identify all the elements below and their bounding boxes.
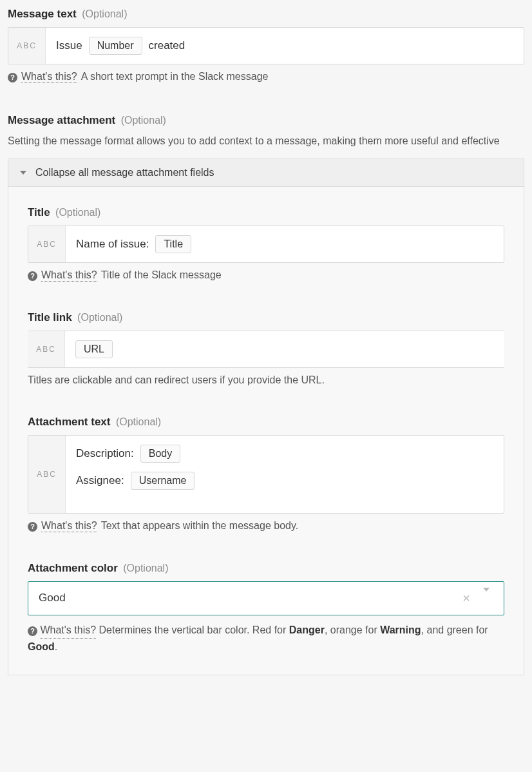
whats-this-link[interactable]: What's this? (21, 71, 77, 83)
collapse-attachment-fields-button[interactable]: Collapse all message attachment fields (8, 159, 524, 187)
title-link-chip-url[interactable]: URL (75, 340, 113, 358)
abc-icon: ABC (8, 28, 46, 64)
collapse-label: Collapse all message attachment fields (35, 167, 214, 179)
attachment-text-chip-username[interactable]: Username (131, 472, 195, 490)
message-text-post: created (149, 39, 185, 52)
chevron-down-icon (20, 171, 26, 175)
attachment-color-select[interactable]: Good × (28, 581, 504, 615)
question-icon: ? (28, 626, 37, 636)
message-text-pre: Issue (56, 39, 82, 52)
color-tail: . (55, 641, 57, 652)
attachment-fields-panel: Title (Optional) ABC Name of issue: Titl… (8, 187, 524, 675)
whats-this-link[interactable]: What's this? (41, 269, 97, 282)
color-warning: Warning (380, 624, 421, 635)
attachment-text-desc-pre: Description: (76, 447, 134, 460)
color-good: Good (28, 641, 55, 652)
title-link-input[interactable]: ABC URL (28, 331, 504, 368)
attachment-text-help: ? What's this? Text that appears within … (28, 520, 504, 532)
message-text-chip-number[interactable]: Number (89, 37, 142, 55)
title-link-label: Title link (Optional) (28, 311, 504, 324)
attachment-color-label: Attachment color (Optional) (28, 562, 504, 575)
attachment-color-value: Good (39, 592, 66, 604)
title-input[interactable]: ABC Name of issue: Title (28, 226, 504, 263)
label-text: Message text (8, 8, 77, 20)
attachment-text-chip-body[interactable]: Body (140, 445, 180, 463)
abc-icon: ABC (28, 331, 65, 367)
message-text-help: ? What's this? A short text prompt in th… (8, 71, 524, 83)
color-danger: Danger (289, 624, 325, 635)
question-icon: ? (28, 271, 37, 281)
message-text-help-desc: A short text prompt in the Slack message (81, 71, 269, 82)
clear-icon[interactable]: × (456, 591, 477, 606)
color-help-pre: Determines the vertical bar color. Red f… (99, 624, 289, 635)
title-link-help-desc: Titles are clickable and can redirect us… (28, 374, 325, 386)
question-icon: ? (8, 73, 17, 82)
abc-icon: ABC (28, 226, 66, 262)
whats-this-link[interactable]: What's this? (40, 622, 96, 639)
label-text: Message attachment (8, 114, 115, 126)
title-help-desc: Title of the Slack message (101, 269, 222, 281)
attachment-text-input[interactable]: ABC Description: Body Assignee: Username (28, 435, 504, 514)
attachment-text-help-desc: Text that appears within the message bod… (101, 520, 299, 532)
attachment-color-help: ? What's this? Determines the vertical b… (28, 622, 504, 655)
chevron-down-icon[interactable] (477, 592, 493, 604)
message-attachment-label: Message attachment (Optional) (8, 114, 524, 127)
attachment-text-label: Attachment text (Optional) (28, 416, 504, 429)
title-label: Title (Optional) (28, 206, 504, 219)
title-link-help: Titles are clickable and can redirect us… (28, 374, 504, 386)
message-text-label: Message text (Optional) (8, 8, 524, 21)
abc-icon: ABC (28, 436, 66, 513)
whats-this-link[interactable]: What's this? (41, 520, 97, 532)
color-mid2: , and green for (421, 624, 488, 635)
title-pre: Name of issue: (76, 238, 149, 251)
attachment-text-assignee-pre: Assignee: (76, 474, 124, 487)
title-help: ? What's this? Title of the Slack messag… (28, 269, 504, 282)
title-chip[interactable]: Title (155, 235, 191, 253)
question-icon: ? (28, 522, 37, 532)
label-optional: (Optional) (121, 115, 166, 126)
color-mid1: , orange for (325, 624, 380, 635)
message-attachment-description: Setting the message format allows you to… (8, 133, 524, 150)
label-optional: (Optional) (82, 8, 127, 19)
message-text-input[interactable]: ABC Issue Number created (8, 27, 524, 64)
